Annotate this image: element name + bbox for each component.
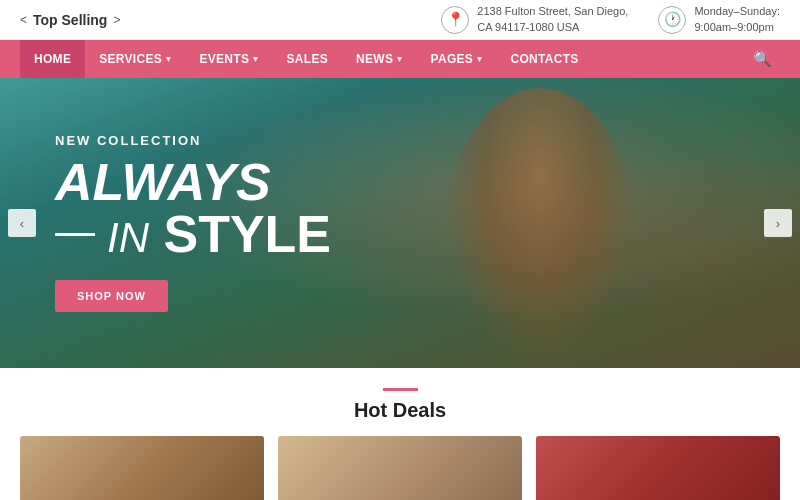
hero-title-combined: in STYLE (107, 208, 331, 260)
hero-next-button[interactable]: › (764, 209, 792, 237)
shop-now-button[interactable]: SHOP NOW (55, 280, 168, 312)
hot-deals-accent-line (383, 388, 418, 391)
hero-title-line2: in STYLE (55, 208, 800, 260)
hero-title-in: in (107, 214, 149, 261)
deal-card-2[interactable] (278, 436, 522, 500)
nav-events[interactable]: EVENTS ▾ (185, 40, 272, 78)
address-text: 2138 Fulton Street, San Diego, CA 94117-… (477, 4, 628, 35)
deal-card-3[interactable] (536, 436, 780, 500)
breadcrumb-nav: < Top Selling > (20, 12, 120, 28)
hero-prev-button[interactable]: ‹ (8, 209, 36, 237)
hero-subtitle: NEW COLLECTION (55, 133, 800, 148)
contact-info: 📍 2138 Fulton Street, San Diego, CA 9411… (441, 4, 780, 35)
hot-deals-header: Hot Deals (20, 388, 780, 422)
hours-block: 🕐 Monday–Sunday: 9:00am–9:00pm (658, 4, 780, 35)
hero-section: ‹ NEW COLLECTION ALWAYS in STYLE SHOP NO… (0, 78, 800, 368)
nav-news[interactable]: NEWS ▾ (342, 40, 417, 78)
nav-pages[interactable]: PAGES ▾ (417, 40, 497, 78)
address-line2: CA 94117-1080 USA (477, 20, 628, 35)
hours-line1: Monday–Sunday: (694, 4, 780, 19)
location-icon: 📍 (441, 6, 469, 34)
page-title: Top Selling (33, 12, 107, 28)
hero-title-line1: ALWAYS (55, 156, 800, 208)
hot-deals-title: Hot Deals (20, 399, 780, 422)
dropdown-arrow-icon: ▾ (397, 54, 402, 64)
clock-icon: 🕐 (658, 6, 686, 34)
address-block: 📍 2138 Fulton Street, San Diego, CA 9411… (441, 4, 628, 35)
hot-deals-grid (20, 436, 780, 500)
hero-title-style: STYLE (163, 205, 331, 263)
dropdown-arrow-icon: ▾ (477, 54, 482, 64)
nav-services[interactable]: SERVICES ▾ (85, 40, 185, 78)
nav-sales[interactable]: SALES (273, 40, 343, 78)
dropdown-arrow-icon: ▾ (253, 54, 258, 64)
dropdown-arrow-icon: ▾ (166, 54, 171, 64)
hot-deals-section: Hot Deals (0, 368, 800, 500)
hero-content: NEW COLLECTION ALWAYS in STYLE SHOP NOW (0, 78, 800, 312)
nav-contacts[interactable]: CONTACTS (496, 40, 592, 78)
top-bar: < Top Selling > 📍 2138 Fulton Street, Sa… (0, 0, 800, 40)
hours-text: Monday–Sunday: 9:00am–9:00pm (694, 4, 780, 35)
address-line1: 2138 Fulton Street, San Diego, (477, 4, 628, 19)
deal-card-1[interactable] (20, 436, 264, 500)
search-icon[interactable]: 🔍 (745, 50, 780, 68)
nav-home[interactable]: HOME (20, 40, 85, 78)
main-nav: HOME SERVICES ▾ EVENTS ▾ SALES NEWS ▾ PA… (0, 40, 800, 78)
nav-items: HOME SERVICES ▾ EVENTS ▾ SALES NEWS ▾ PA… (20, 40, 745, 78)
hero-dash-decoration (55, 233, 95, 236)
top-nav: < Top Selling > (20, 12, 120, 28)
hours-line2: 9:00am–9:00pm (694, 20, 780, 35)
chevron-right-icon[interactable]: > (113, 13, 120, 27)
chevron-left-icon[interactable]: < (20, 13, 27, 27)
